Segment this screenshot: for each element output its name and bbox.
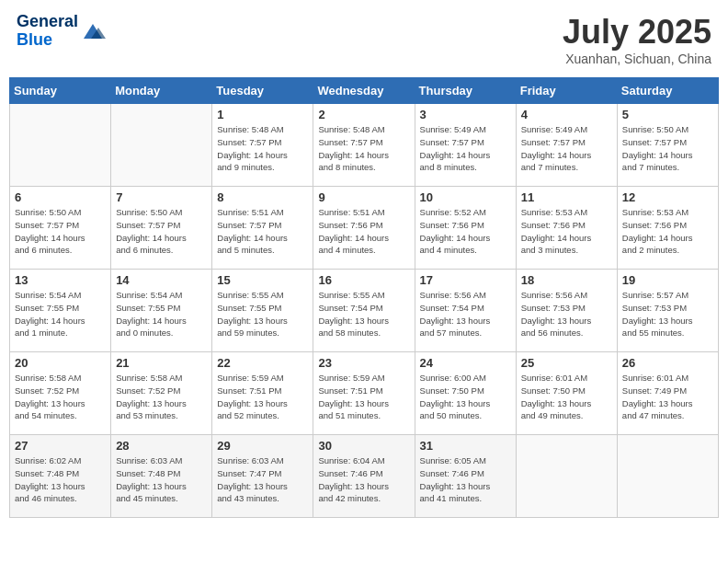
day-number: 6 <box>15 190 106 204</box>
header-monday: Monday <box>111 78 212 104</box>
day-number: 8 <box>217 190 308 204</box>
header-thursday: Thursday <box>415 78 516 104</box>
day-number: 5 <box>622 108 713 121</box>
day-info: Sunrise: 5:49 AM Sunset: 7:57 PM Dayligh… <box>521 123 612 174</box>
day-number: 12 <box>622 190 713 204</box>
day-number: 17 <box>420 273 511 287</box>
calendar-cell: 22Sunrise: 5:59 AM Sunset: 7:51 PM Dayli… <box>212 352 313 435</box>
day-number: 23 <box>318 356 409 370</box>
day-info: Sunrise: 5:50 AM Sunset: 7:57 PM Dayligh… <box>622 123 713 174</box>
day-number: 30 <box>318 439 409 453</box>
day-number: 3 <box>420 108 511 121</box>
day-number: 15 <box>217 273 308 287</box>
calendar-cell: 10Sunrise: 5:52 AM Sunset: 7:56 PM Dayli… <box>415 187 516 270</box>
day-number: 11 <box>521 190 612 204</box>
calendar-cell: 5Sunrise: 5:50 AM Sunset: 7:57 PM Daylig… <box>617 104 718 187</box>
day-number: 18 <box>521 273 612 287</box>
day-number: 29 <box>217 439 308 453</box>
day-number: 24 <box>420 356 511 370</box>
day-info: Sunrise: 6:00 AM Sunset: 7:50 PM Dayligh… <box>420 372 511 422</box>
day-number: 28 <box>116 439 207 453</box>
calendar-cell: 27Sunrise: 6:02 AM Sunset: 7:48 PM Dayli… <box>10 435 111 518</box>
calendar-cell: 23Sunrise: 5:59 AM Sunset: 7:51 PM Dayli… <box>313 352 415 435</box>
location: Xuanhan, Sichuan, China <box>563 52 711 66</box>
day-info: Sunrise: 6:04 AM Sunset: 7:46 PM Dayligh… <box>318 454 409 505</box>
header-tuesday: Tuesday <box>212 78 313 104</box>
week-row-1: 1Sunrise: 5:48 AM Sunset: 7:57 PM Daylig… <box>10 104 719 187</box>
day-info: Sunrise: 6:05 AM Sunset: 7:46 PM Dayligh… <box>420 454 511 505</box>
day-info: Sunrise: 5:52 AM Sunset: 7:56 PM Dayligh… <box>420 206 511 257</box>
logo: GeneralBlue <box>17 13 106 50</box>
day-info: Sunrise: 6:03 AM Sunset: 7:47 PM Dayligh… <box>217 454 308 505</box>
title-block: July 2025 Xuanhan, Sichuan, China <box>563 13 711 66</box>
calendar-cell: 28Sunrise: 6:03 AM Sunset: 7:48 PM Dayli… <box>111 435 212 518</box>
day-info: Sunrise: 5:55 AM Sunset: 7:55 PM Dayligh… <box>217 289 308 339</box>
day-info: Sunrise: 5:51 AM Sunset: 7:56 PM Dayligh… <box>318 206 409 257</box>
day-number: 27 <box>15 439 106 453</box>
calendar-cell: 7Sunrise: 5:50 AM Sunset: 7:57 PM Daylig… <box>111 187 212 270</box>
day-number: 10 <box>420 190 511 204</box>
day-number: 1 <box>217 108 308 121</box>
day-info: Sunrise: 5:59 AM Sunset: 7:51 PM Dayligh… <box>318 372 409 422</box>
day-info: Sunrise: 5:58 AM Sunset: 7:52 PM Dayligh… <box>116 372 207 422</box>
calendar-cell: 20Sunrise: 5:58 AM Sunset: 7:52 PM Dayli… <box>10 352 111 435</box>
day-info: Sunrise: 6:03 AM Sunset: 7:48 PM Dayligh… <box>116 454 207 505</box>
calendar-cell: 13Sunrise: 5:54 AM Sunset: 7:55 PM Dayli… <box>10 270 111 352</box>
day-number: 16 <box>318 273 409 287</box>
month-title: July 2025 <box>563 13 711 52</box>
calendar-cell <box>516 435 617 518</box>
header-friday: Friday <box>516 78 617 104</box>
calendar-table: Sunday Monday Tuesday Wednesday Thursday… <box>9 77 719 518</box>
calendar-cell: 6Sunrise: 5:50 AM Sunset: 7:57 PM Daylig… <box>10 187 111 270</box>
calendar-cell: 18Sunrise: 5:56 AM Sunset: 7:53 PM Dayli… <box>516 270 617 352</box>
day-number: 25 <box>521 356 612 370</box>
calendar-cell: 17Sunrise: 5:56 AM Sunset: 7:54 PM Dayli… <box>415 270 516 352</box>
week-row-4: 20Sunrise: 5:58 AM Sunset: 7:52 PM Dayli… <box>10 352 719 435</box>
page-header: GeneralBlue July 2025 Xuanhan, Sichuan, … <box>9 9 719 70</box>
day-info: Sunrise: 5:53 AM Sunset: 7:56 PM Dayligh… <box>622 206 713 257</box>
calendar-cell: 29Sunrise: 6:03 AM Sunset: 7:47 PM Dayli… <box>212 435 313 518</box>
day-number: 21 <box>116 356 207 370</box>
day-info: Sunrise: 5:56 AM Sunset: 7:54 PM Dayligh… <box>420 289 511 339</box>
logo-text: GeneralBlue <box>17 13 78 50</box>
calendar-cell <box>10 104 111 187</box>
day-info: Sunrise: 6:02 AM Sunset: 7:48 PM Dayligh… <box>15 454 106 505</box>
day-number: 26 <box>622 356 713 370</box>
week-row-2: 6Sunrise: 5:50 AM Sunset: 7:57 PM Daylig… <box>10 187 719 270</box>
calendar-cell: 3Sunrise: 5:49 AM Sunset: 7:57 PM Daylig… <box>415 104 516 187</box>
calendar-cell: 12Sunrise: 5:53 AM Sunset: 7:56 PM Dayli… <box>617 187 718 270</box>
calendar-cell: 8Sunrise: 5:51 AM Sunset: 7:57 PM Daylig… <box>212 187 313 270</box>
day-info: Sunrise: 5:55 AM Sunset: 7:54 PM Dayligh… <box>318 289 409 339</box>
day-number: 4 <box>521 108 612 121</box>
day-number: 13 <box>15 273 106 287</box>
calendar-cell: 15Sunrise: 5:55 AM Sunset: 7:55 PM Dayli… <box>212 270 313 352</box>
calendar-cell: 2Sunrise: 5:48 AM Sunset: 7:57 PM Daylig… <box>313 104 415 187</box>
calendar-cell: 31Sunrise: 6:05 AM Sunset: 7:46 PM Dayli… <box>415 435 516 518</box>
day-number: 2 <box>318 108 409 121</box>
day-info: Sunrise: 5:51 AM Sunset: 7:57 PM Dayligh… <box>217 206 308 257</box>
calendar-cell: 4Sunrise: 5:49 AM Sunset: 7:57 PM Daylig… <box>516 104 617 187</box>
day-info: Sunrise: 6:01 AM Sunset: 7:49 PM Dayligh… <box>622 372 713 422</box>
calendar-cell: 11Sunrise: 5:53 AM Sunset: 7:56 PM Dayli… <box>516 187 617 270</box>
header-sunday: Sunday <box>10 78 111 104</box>
day-info: Sunrise: 5:58 AM Sunset: 7:52 PM Dayligh… <box>15 372 106 422</box>
calendar-cell: 19Sunrise: 5:57 AM Sunset: 7:53 PM Dayli… <box>617 270 718 352</box>
calendar-cell: 1Sunrise: 5:48 AM Sunset: 7:57 PM Daylig… <box>212 104 313 187</box>
day-number: 22 <box>217 356 308 370</box>
day-number: 14 <box>116 273 207 287</box>
day-info: Sunrise: 5:54 AM Sunset: 7:55 PM Dayligh… <box>116 289 207 339</box>
calendar-cell <box>617 435 718 518</box>
header-wednesday: Wednesday <box>313 78 415 104</box>
day-number: 19 <box>622 273 713 287</box>
week-row-5: 27Sunrise: 6:02 AM Sunset: 7:48 PM Dayli… <box>10 435 719 518</box>
day-info: Sunrise: 5:54 AM Sunset: 7:55 PM Dayligh… <box>15 289 106 339</box>
calendar-cell: 21Sunrise: 5:58 AM Sunset: 7:52 PM Dayli… <box>111 352 212 435</box>
week-row-3: 13Sunrise: 5:54 AM Sunset: 7:55 PM Dayli… <box>10 270 719 352</box>
calendar-cell: 14Sunrise: 5:54 AM Sunset: 7:55 PM Dayli… <box>111 270 212 352</box>
calendar-cell <box>111 104 212 187</box>
day-number: 7 <box>116 190 207 204</box>
day-info: Sunrise: 5:53 AM Sunset: 7:56 PM Dayligh… <box>521 206 612 257</box>
day-info: Sunrise: 6:01 AM Sunset: 7:50 PM Dayligh… <box>521 372 612 422</box>
day-info: Sunrise: 5:48 AM Sunset: 7:57 PM Dayligh… <box>318 123 409 174</box>
day-info: Sunrise: 5:49 AM Sunset: 7:57 PM Dayligh… <box>420 123 511 174</box>
